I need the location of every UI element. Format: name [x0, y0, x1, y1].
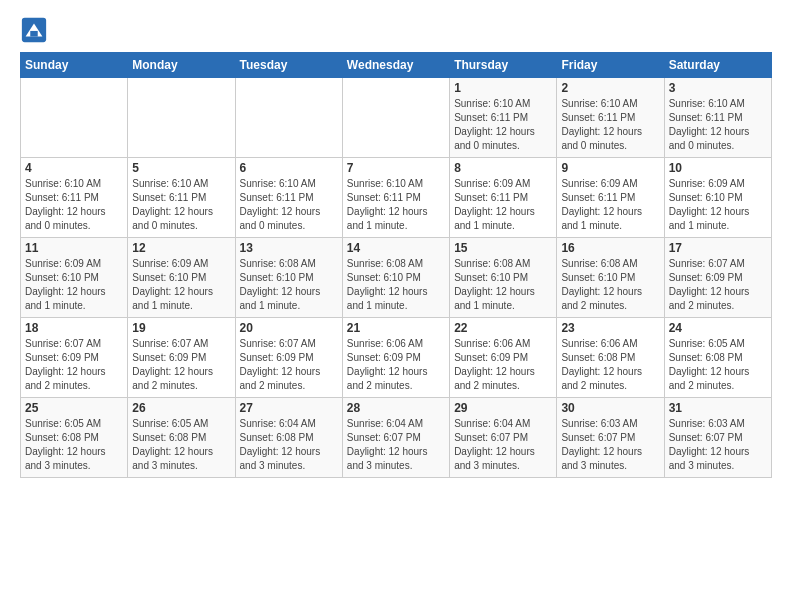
calendar-day-cell: 17Sunrise: 6:07 AM Sunset: 6:09 PM Dayli… [664, 238, 771, 318]
svg-rect-2 [30, 31, 37, 37]
calendar-day-cell: 30Sunrise: 6:03 AM Sunset: 6:07 PM Dayli… [557, 398, 664, 478]
day-number: 28 [347, 401, 445, 415]
day-info: Sunrise: 6:07 AM Sunset: 6:09 PM Dayligh… [25, 337, 123, 393]
day-info: Sunrise: 6:08 AM Sunset: 6:10 PM Dayligh… [454, 257, 552, 313]
day-info: Sunrise: 6:09 AM Sunset: 6:10 PM Dayligh… [132, 257, 230, 313]
page-header [20, 16, 772, 44]
calendar-day-cell: 25Sunrise: 6:05 AM Sunset: 6:08 PM Dayli… [21, 398, 128, 478]
day-number: 29 [454, 401, 552, 415]
calendar-day-cell: 20Sunrise: 6:07 AM Sunset: 6:09 PM Dayli… [235, 318, 342, 398]
calendar-day-cell: 28Sunrise: 6:04 AM Sunset: 6:07 PM Dayli… [342, 398, 449, 478]
calendar-day-cell: 3Sunrise: 6:10 AM Sunset: 6:11 PM Daylig… [664, 78, 771, 158]
day-number: 9 [561, 161, 659, 175]
day-number: 14 [347, 241, 445, 255]
day-number: 11 [25, 241, 123, 255]
calendar-day-cell: 27Sunrise: 6:04 AM Sunset: 6:08 PM Dayli… [235, 398, 342, 478]
day-number: 16 [561, 241, 659, 255]
day-info: Sunrise: 6:04 AM Sunset: 6:07 PM Dayligh… [347, 417, 445, 473]
day-info: Sunrise: 6:05 AM Sunset: 6:08 PM Dayligh… [132, 417, 230, 473]
day-info: Sunrise: 6:03 AM Sunset: 6:07 PM Dayligh… [669, 417, 767, 473]
day-info: Sunrise: 6:08 AM Sunset: 6:10 PM Dayligh… [347, 257, 445, 313]
day-number: 30 [561, 401, 659, 415]
day-of-week-header: Monday [128, 53, 235, 78]
day-info: Sunrise: 6:06 AM Sunset: 6:08 PM Dayligh… [561, 337, 659, 393]
calendar-week-row: 18Sunrise: 6:07 AM Sunset: 6:09 PM Dayli… [21, 318, 772, 398]
calendar-day-cell: 22Sunrise: 6:06 AM Sunset: 6:09 PM Dayli… [450, 318, 557, 398]
calendar-header: SundayMondayTuesdayWednesdayThursdayFrid… [21, 53, 772, 78]
day-header-row: SundayMondayTuesdayWednesdayThursdayFrid… [21, 53, 772, 78]
calendar-day-cell: 16Sunrise: 6:08 AM Sunset: 6:10 PM Dayli… [557, 238, 664, 318]
calendar-day-cell: 4Sunrise: 6:10 AM Sunset: 6:11 PM Daylig… [21, 158, 128, 238]
calendar-week-row: 11Sunrise: 6:09 AM Sunset: 6:10 PM Dayli… [21, 238, 772, 318]
day-info: Sunrise: 6:06 AM Sunset: 6:09 PM Dayligh… [454, 337, 552, 393]
calendar-table: SundayMondayTuesdayWednesdayThursdayFrid… [20, 52, 772, 478]
day-number: 12 [132, 241, 230, 255]
calendar-day-cell: 15Sunrise: 6:08 AM Sunset: 6:10 PM Dayli… [450, 238, 557, 318]
day-number: 26 [132, 401, 230, 415]
day-number: 17 [669, 241, 767, 255]
day-info: Sunrise: 6:10 AM Sunset: 6:11 PM Dayligh… [454, 97, 552, 153]
calendar-day-cell: 9Sunrise: 6:09 AM Sunset: 6:11 PM Daylig… [557, 158, 664, 238]
calendar-day-cell [342, 78, 449, 158]
day-number: 7 [347, 161, 445, 175]
day-info: Sunrise: 6:07 AM Sunset: 6:09 PM Dayligh… [669, 257, 767, 313]
day-info: Sunrise: 6:09 AM Sunset: 6:11 PM Dayligh… [561, 177, 659, 233]
day-number: 27 [240, 401, 338, 415]
calendar-day-cell: 8Sunrise: 6:09 AM Sunset: 6:11 PM Daylig… [450, 158, 557, 238]
day-info: Sunrise: 6:07 AM Sunset: 6:09 PM Dayligh… [132, 337, 230, 393]
calendar-day-cell: 6Sunrise: 6:10 AM Sunset: 6:11 PM Daylig… [235, 158, 342, 238]
day-of-week-header: Tuesday [235, 53, 342, 78]
calendar-day-cell: 5Sunrise: 6:10 AM Sunset: 6:11 PM Daylig… [128, 158, 235, 238]
day-number: 2 [561, 81, 659, 95]
day-info: Sunrise: 6:05 AM Sunset: 6:08 PM Dayligh… [669, 337, 767, 393]
day-info: Sunrise: 6:09 AM Sunset: 6:10 PM Dayligh… [669, 177, 767, 233]
day-info: Sunrise: 6:05 AM Sunset: 6:08 PM Dayligh… [25, 417, 123, 473]
calendar-day-cell: 1Sunrise: 6:10 AM Sunset: 6:11 PM Daylig… [450, 78, 557, 158]
day-info: Sunrise: 6:10 AM Sunset: 6:11 PM Dayligh… [561, 97, 659, 153]
calendar-body: 1Sunrise: 6:10 AM Sunset: 6:11 PM Daylig… [21, 78, 772, 478]
day-of-week-header: Saturday [664, 53, 771, 78]
day-info: Sunrise: 6:04 AM Sunset: 6:07 PM Dayligh… [454, 417, 552, 473]
day-of-week-header: Thursday [450, 53, 557, 78]
day-number: 10 [669, 161, 767, 175]
calendar-day-cell: 10Sunrise: 6:09 AM Sunset: 6:10 PM Dayli… [664, 158, 771, 238]
day-info: Sunrise: 6:09 AM Sunset: 6:11 PM Dayligh… [454, 177, 552, 233]
calendar-day-cell: 12Sunrise: 6:09 AM Sunset: 6:10 PM Dayli… [128, 238, 235, 318]
calendar-day-cell: 19Sunrise: 6:07 AM Sunset: 6:09 PM Dayli… [128, 318, 235, 398]
day-info: Sunrise: 6:09 AM Sunset: 6:10 PM Dayligh… [25, 257, 123, 313]
day-number: 15 [454, 241, 552, 255]
day-info: Sunrise: 6:10 AM Sunset: 6:11 PM Dayligh… [25, 177, 123, 233]
day-info: Sunrise: 6:04 AM Sunset: 6:08 PM Dayligh… [240, 417, 338, 473]
day-info: Sunrise: 6:10 AM Sunset: 6:11 PM Dayligh… [132, 177, 230, 233]
day-of-week-header: Friday [557, 53, 664, 78]
day-of-week-header: Wednesday [342, 53, 449, 78]
calendar-day-cell [235, 78, 342, 158]
day-number: 21 [347, 321, 445, 335]
day-number: 24 [669, 321, 767, 335]
day-info: Sunrise: 6:08 AM Sunset: 6:10 PM Dayligh… [561, 257, 659, 313]
day-info: Sunrise: 6:03 AM Sunset: 6:07 PM Dayligh… [561, 417, 659, 473]
day-number: 4 [25, 161, 123, 175]
calendar-day-cell: 29Sunrise: 6:04 AM Sunset: 6:07 PM Dayli… [450, 398, 557, 478]
day-number: 20 [240, 321, 338, 335]
calendar-day-cell: 14Sunrise: 6:08 AM Sunset: 6:10 PM Dayli… [342, 238, 449, 318]
calendar-day-cell [128, 78, 235, 158]
day-number: 25 [25, 401, 123, 415]
calendar-week-row: 4Sunrise: 6:10 AM Sunset: 6:11 PM Daylig… [21, 158, 772, 238]
day-number: 5 [132, 161, 230, 175]
day-number: 13 [240, 241, 338, 255]
day-number: 31 [669, 401, 767, 415]
calendar-day-cell: 7Sunrise: 6:10 AM Sunset: 6:11 PM Daylig… [342, 158, 449, 238]
calendar-day-cell: 2Sunrise: 6:10 AM Sunset: 6:11 PM Daylig… [557, 78, 664, 158]
day-number: 19 [132, 321, 230, 335]
calendar-day-cell: 31Sunrise: 6:03 AM Sunset: 6:07 PM Dayli… [664, 398, 771, 478]
calendar-week-row: 25Sunrise: 6:05 AM Sunset: 6:08 PM Dayli… [21, 398, 772, 478]
calendar-day-cell: 18Sunrise: 6:07 AM Sunset: 6:09 PM Dayli… [21, 318, 128, 398]
day-number: 23 [561, 321, 659, 335]
calendar-day-cell: 13Sunrise: 6:08 AM Sunset: 6:10 PM Dayli… [235, 238, 342, 318]
calendar-day-cell: 24Sunrise: 6:05 AM Sunset: 6:08 PM Dayli… [664, 318, 771, 398]
calendar-day-cell: 23Sunrise: 6:06 AM Sunset: 6:08 PM Dayli… [557, 318, 664, 398]
day-info: Sunrise: 6:06 AM Sunset: 6:09 PM Dayligh… [347, 337, 445, 393]
logo [20, 16, 52, 44]
day-info: Sunrise: 6:10 AM Sunset: 6:11 PM Dayligh… [347, 177, 445, 233]
